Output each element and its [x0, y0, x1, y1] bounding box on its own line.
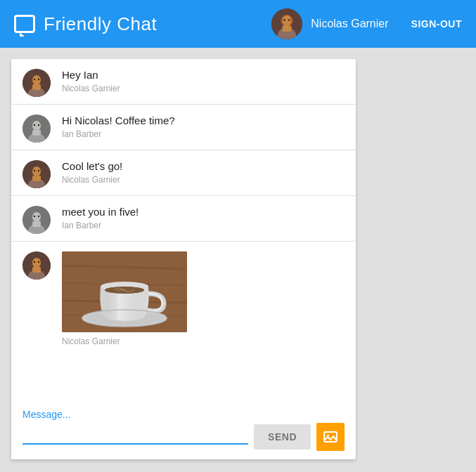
message-content: Hi Nicolas! Coffee time? Ian Barber	[62, 114, 175, 139]
svg-point-2	[283, 15, 292, 26]
input-row: SEND	[22, 423, 345, 451]
header-username: Nicolas Garnier	[311, 18, 388, 30]
avatar	[22, 206, 51, 234]
svg-point-34	[38, 261, 39, 263]
svg-rect-30	[32, 221, 41, 227]
message-item: meet you in five! Ian Barber	[11, 196, 356, 242]
nicolas-avatar-svg	[271, 8, 302, 39]
message-item: Cool let's go! Nicolas Garnier	[11, 150, 356, 196]
message-author: Ian Barber	[62, 221, 139, 230]
chat-input-area: Message... SEND	[11, 403, 356, 459]
main-content: Hey Ian Nicolas Garnier	[0, 48, 476, 472]
svg-point-8	[32, 75, 41, 85]
image-upload-button[interactable]	[316, 423, 345, 451]
messages-list: Hey Ian Nicolas Garnier	[11, 59, 356, 403]
svg-point-26	[32, 212, 41, 222]
avatar	[22, 69, 51, 97]
svg-rect-24	[32, 176, 41, 181]
message-item: Hey Ian Nicolas Garnier	[11, 59, 356, 105]
message-item: Nicolas Garnier	[11, 242, 356, 353]
app-header: Friendly Chat Nicolas Garnier SIGN-OUT	[0, 0, 476, 48]
ian-avatar-small	[22, 206, 51, 234]
message-content: Hey Ian Nicolas Garnier	[62, 69, 120, 93]
svg-point-14	[32, 121, 41, 131]
ian-avatar-small	[22, 114, 51, 143]
svg-point-22	[38, 170, 39, 171]
svg-point-21	[34, 170, 35, 171]
avatar	[22, 114, 51, 143]
svg-point-20	[32, 166, 41, 176]
svg-rect-18	[32, 130, 41, 136]
message-text: meet you in five!	[62, 206, 139, 218]
avatar	[22, 160, 51, 188]
message-label: Message...	[22, 409, 345, 420]
nicolas-avatar-small	[22, 69, 51, 97]
message-text: Hey Ian	[62, 69, 120, 81]
message-author: Nicolas Garnier	[62, 336, 187, 346]
svg-point-32	[32, 258, 41, 268]
signout-button[interactable]: SIGN-OUT	[411, 18, 462, 29]
image-icon	[322, 428, 339, 445]
svg-point-4	[288, 19, 290, 21]
svg-point-28	[38, 216, 39, 217]
svg-point-33	[34, 261, 35, 263]
message-item: Hi Nicolas! Coffee time? Ian Barber	[11, 105, 356, 150]
message-content: meet you in five! Ian Barber	[62, 206, 139, 230]
svg-point-49	[327, 435, 329, 437]
svg-point-9	[34, 79, 35, 80]
coffee-image	[62, 251, 187, 332]
svg-point-3	[284, 19, 286, 21]
app-logo-icon	[14, 15, 35, 33]
message-author: Ian Barber	[62, 129, 175, 139]
svg-point-27	[34, 216, 35, 217]
nicolas-avatar-small	[22, 251, 51, 280]
chat-card: Hey Ian Nicolas Garnier	[11, 59, 356, 459]
svg-point-15	[34, 124, 35, 126]
svg-rect-36	[32, 267, 41, 273]
send-button[interactable]: SEND	[254, 424, 311, 450]
avatar	[22, 251, 51, 280]
header-user: Nicolas Garnier SIGN-OUT	[271, 8, 462, 39]
message-text: Hi Nicolas! Coffee time?	[62, 114, 175, 126]
message-content: Nicolas Garnier	[62, 251, 187, 346]
coffee-cup-svg	[62, 251, 187, 332]
svg-rect-12	[32, 84, 41, 90]
app-title: Friendly Chat	[44, 13, 271, 35]
svg-point-16	[38, 124, 39, 126]
svg-point-10	[38, 79, 39, 80]
nicolas-avatar-small	[22, 160, 51, 188]
message-input[interactable]	[22, 429, 248, 445]
message-author: Nicolas Garnier	[62, 175, 122, 185]
message-author: Nicolas Garnier	[62, 84, 120, 93]
message-input-wrapper	[22, 429, 248, 445]
svg-rect-6	[283, 25, 292, 32]
message-content: Cool let's go! Nicolas Garnier	[62, 160, 122, 185]
header-avatar	[271, 8, 302, 39]
message-text: Cool let's go!	[62, 160, 122, 172]
